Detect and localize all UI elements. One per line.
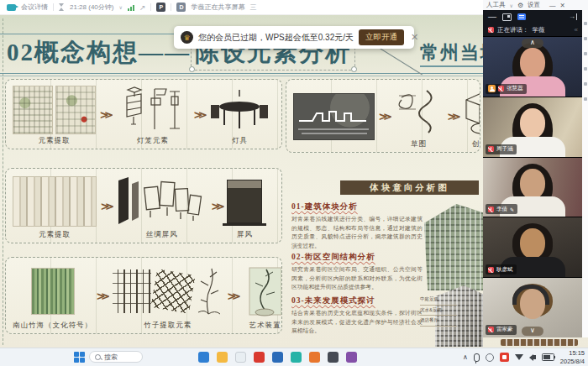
- title-rule-bottom: [0, 73, 483, 74]
- analysis-section-1: 01-建筑体块分析 对青果巷沿线建筑进行分类、编号，详细记录建筑的规模、形态、结…: [291, 201, 423, 250]
- flow-arrow-icon: ≫: [101, 201, 113, 212]
- sidebar-tool-icon[interactable]: [584, 82, 587, 86]
- participant-video-1[interactable]: ∧ 张慧蕊: [483, 36, 582, 97]
- aerial-photo-image: [293, 93, 375, 140]
- app-icon[interactable]: [346, 352, 357, 363]
- volume-icon[interactable]: [529, 354, 536, 361]
- pencil-icon: ✎: [510, 207, 514, 212]
- mic-icon: [488, 27, 494, 33]
- close-icon[interactable]: ✕: [411, 32, 418, 43]
- building-render-image: [424, 204, 483, 290]
- participant-list-icon[interactable]: [517, 13, 526, 20]
- collapse-panel-icon[interactable]: →: [569, 13, 577, 20]
- participant-name: 雷家豪: [496, 326, 513, 333]
- avatar: [520, 289, 545, 319]
- wifi-icon[interactable]: [515, 354, 523, 360]
- bamboo-lattice-image: [113, 269, 151, 313]
- participant-nametag: 周子涵: [486, 144, 517, 154]
- sidebar-tool-icon[interactable]: [584, 52, 587, 55]
- app-icon[interactable]: [272, 352, 283, 363]
- app-icon[interactable]: [198, 352, 209, 363]
- tray-app-icon[interactable]: [486, 353, 494, 362]
- collapse-tiles-button[interactable]: ∧: [522, 39, 543, 48]
- flow-cell: 竹子提取元素: [113, 261, 223, 332]
- tray-red-app-icon[interactable]: [500, 353, 509, 362]
- participant-name: 张慧蕊: [507, 85, 523, 92]
- meeting-logo-icon: [7, 4, 16, 11]
- flow-box-sketch[interactable]: ≫ 草图 ≫ 创意: [286, 79, 480, 153]
- tools-menu[interactable]: 人工具: [486, 1, 506, 9]
- clock[interactable]: 15:15 2025/8/4: [560, 349, 585, 365]
- signal-icon: [128, 4, 134, 11]
- selection-handle[interactable]: [189, 66, 195, 72]
- banner-message: 您的会员已过期，WPS超会低至0.32元/天: [198, 32, 354, 44]
- chevron-left-double-icon[interactable]: «: [575, 26, 577, 34]
- sharing-app-icon: D: [176, 3, 186, 12]
- analysis-section-3: 03-未来发展模式探讨 结合青果巷的历史文化底蕴和现实条件，探讨街区未来的发展模…: [291, 295, 423, 336]
- battery-icon[interactable]: [542, 353, 554, 361]
- expand-tiles-button[interactable]: ∨: [522, 327, 543, 336]
- flow-label: 屏风: [237, 230, 253, 241]
- selection-handle[interactable]: [351, 66, 357, 72]
- analysis-section-body: 研究青果巷街区空间布局、交通组织、公共空间等因素，分析街区内部的联系和对外联系，…: [291, 265, 423, 292]
- sidebar-tool-icon[interactable]: [584, 37, 587, 40]
- flow-box-lantern[interactable]: 元素提取 ≫ 灯笼元素 ≫: [5, 79, 282, 149]
- document-icon[interactable]: P: [156, 3, 165, 12]
- participant-video-2[interactable]: 周子涵: [483, 97, 582, 157]
- app-icon[interactable]: [235, 352, 246, 363]
- flow-cell: 艺术装置: [243, 261, 282, 332]
- analysis-legend: 中庭景观 滨水&景观 酒店餐厅: [420, 295, 457, 327]
- flow-box-bamboo[interactable]: 南山竹海（文化符号） ≫ 竹子提取元素 ≫: [5, 257, 282, 334]
- app-icon[interactable]: [328, 352, 339, 363]
- layout-icon[interactable]: [502, 13, 512, 21]
- sidebar-tool-icon[interactable]: [584, 67, 587, 71]
- sidebar-tool-icon[interactable]: [584, 97, 587, 101]
- gear-icon[interactable]: ⚙: [517, 2, 523, 9]
- speaker-name: 学薇: [533, 26, 545, 34]
- app-icon[interactable]: [254, 352, 265, 363]
- screen-product-image: [227, 180, 262, 223]
- meeting-details-link[interactable]: 会议详情: [21, 3, 48, 12]
- analysis-section-title: 03-未来发展模式探讨: [291, 295, 423, 306]
- tray-chevron-up-icon[interactable]: ∧: [463, 353, 468, 361]
- renew-button[interactable]: 立即开通: [359, 29, 404, 45]
- participant-video-3[interactable]: 李倩 ✎: [483, 157, 582, 217]
- minimize-icon[interactable]: —: [488, 13, 496, 21]
- tray-mic-icon[interactable]: [474, 353, 480, 362]
- flow-cell: 灯具: [209, 83, 270, 147]
- close-icon[interactable]: ✕: [560, 2, 565, 9]
- app-icon[interactable]: [217, 352, 228, 363]
- sidebar-tool-icon[interactable]: [584, 22, 587, 25]
- flow-arrow-icon: ≫: [212, 201, 223, 212]
- app-icon[interactable]: [309, 352, 320, 363]
- flow-label: 艺术装置: [249, 321, 281, 332]
- title-prefix: 02概念构想: [7, 39, 139, 65]
- meeting-duration[interactable]: 21:28 (40分钟): [70, 3, 113, 12]
- panel-controls: — →: [483, 10, 582, 24]
- caret-down-icon[interactable]: ∨: [118, 4, 122, 10]
- caret-down-icon: ∨: [510, 3, 513, 8]
- concept-sketch-image: [395, 87, 444, 136]
- analysis-section-2: 02-街区空间结构分析 研究青果巷街区空间布局、交通组织、公共空间等因素，分析街…: [291, 252, 423, 292]
- flow-box-screen[interactable]: 元素提取 ≫: [5, 168, 282, 243]
- search-icon: [95, 354, 101, 360]
- participant-video-4[interactable]: 耿彦斌: [483, 217, 582, 277]
- analysis-section-body: 结合青果巷的历史文化底蕴和现实条件，探讨街区未来的发展模式，促进文化遗产保护与经…: [291, 309, 423, 336]
- flow-cell: 屏风: [227, 172, 262, 241]
- wps-right-sidebar: [581, 10, 588, 337]
- menu-icon[interactable]: 三: [249, 3, 256, 12]
- minimize-icon[interactable]: —: [549, 2, 556, 9]
- start-button[interactable]: [74, 352, 85, 363]
- app-icon[interactable]: [291, 352, 302, 363]
- flow-arrow-icon: ≫: [448, 111, 459, 123]
- participant-video-5[interactable]: ∨ 雷家豪: [483, 277, 582, 337]
- taskbar-search[interactable]: 搜索: [89, 351, 143, 363]
- flow-cell: 灯笼元素: [116, 83, 190, 147]
- divider: [53, 3, 54, 11]
- wps-titlebar-fragment: 人工具 ∨ ⚙ 设置 — ✕: [483, 0, 588, 10]
- flow-label: 灯笼元素: [137, 136, 169, 147]
- participant-nametag: 耿彦斌: [486, 264, 517, 274]
- settings-label[interactable]: 设置: [528, 1, 540, 9]
- external-link-icon[interactable]: ↗: [139, 3, 146, 12]
- speaking-label: 正在讲话：: [497, 26, 529, 34]
